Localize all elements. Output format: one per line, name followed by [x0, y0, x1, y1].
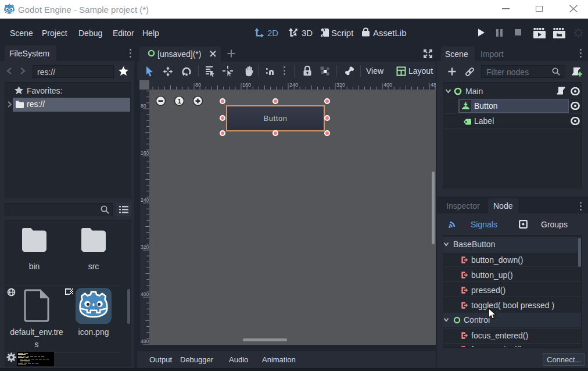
svg-text:480: 480	[141, 338, 149, 344]
svg-text:320: 320	[336, 82, 345, 88]
svg-text:1: 1	[178, 98, 182, 105]
svg-text:160: 160	[242, 82, 251, 88]
svg-text:400: 400	[383, 82, 392, 88]
svg-text:320: 320	[141, 244, 149, 250]
svg-text:400: 400	[141, 291, 149, 297]
svg-text:240: 240	[141, 197, 149, 203]
svg-text:80: 80	[195, 82, 201, 88]
svg-text:80: 80	[141, 103, 146, 109]
svg-text:160: 160	[141, 150, 149, 156]
svg-text:240: 240	[289, 82, 298, 88]
svg-text:480: 480	[431, 82, 436, 88]
